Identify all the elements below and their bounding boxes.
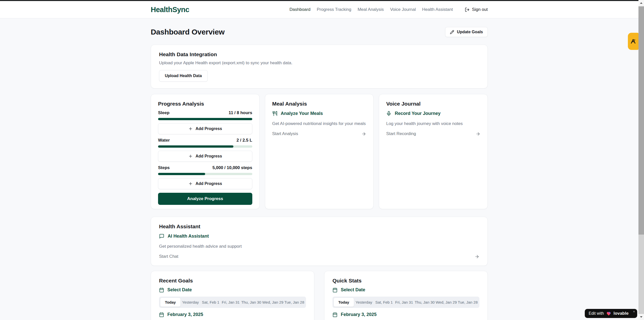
add-progress-label: Add Progress — [196, 154, 222, 158]
scrollbar-thumb[interactable] — [638, 7, 644, 235]
select-date-label: Select Date — [341, 287, 365, 293]
main-nav: Dashboard Progress Tracking Meal Analysi… — [290, 7, 488, 12]
calendar-icon — [159, 312, 164, 317]
metric-steps-progressbar — [158, 173, 252, 175]
quick-stats-date-tabs: Today Yesterday Sat, Feb 1 Fri, Jan 31 T… — [332, 297, 479, 308]
meal-analysis-title: Meal Analysis — [272, 101, 366, 107]
scroll-up-arrow-icon — [640, 2, 642, 4]
ai-health-assistant-link[interactable]: AI Health Assistant — [159, 234, 479, 239]
start-recording-action[interactable]: Start Recording — [386, 131, 480, 136]
recent-goals-select-date[interactable]: Select Date — [159, 287, 306, 293]
page-title: Dashboard Overview — [151, 28, 225, 36]
metric-steps-label: Steps — [158, 165, 170, 170]
metric-sleep-progress-fill — [158, 118, 252, 120]
add-progress-steps-button[interactable]: Add Progress — [158, 178, 252, 189]
metric-steps-progress-fill — [158, 173, 205, 175]
progress-analysis-card: Progress Analysis Sleep 11 / 8 hours Add… — [151, 94, 260, 209]
recent-goals-title: Recent Goals — [159, 278, 306, 284]
plus-icon — [188, 126, 193, 131]
voice-journal-description: Log your health journey with voice notes — [386, 121, 480, 126]
scroll-down-arrow-icon — [640, 316, 642, 318]
start-chat-action[interactable]: Start Chat — [159, 254, 479, 259]
metric-water-progress-fill — [158, 145, 233, 148]
plus-icon — [188, 154, 193, 158]
update-goals-button[interactable]: Update Goals — [445, 27, 488, 37]
arrow-right-icon — [475, 254, 479, 259]
start-chat-label: Start Chat — [159, 254, 178, 259]
recent-goals-selected-date[interactable]: February 3, 2025 — [159, 312, 306, 317]
start-recording-label: Start Recording — [386, 131, 416, 136]
integration-title: Health Data Integration — [159, 51, 479, 57]
scrollbar[interactable] — [638, 0, 644, 320]
meal-analysis-card: Meal Analysis Analyze Your Meals Get AI-… — [265, 94, 374, 209]
scrollbar-up-button[interactable] — [638, 0, 644, 6]
logout-icon — [465, 7, 470, 12]
metric-sleep-label: Sleep — [158, 110, 169, 115]
utensils-icon — [272, 111, 278, 116]
metric-water-label: Water — [158, 138, 170, 143]
tab-yesterday[interactable]: Yesterday — [354, 298, 374, 307]
voice-journal-card: Voice Journal Record Your Journey Log yo… — [379, 94, 488, 209]
health-assistant-description: Get personalized health advice and suppo… — [159, 244, 479, 249]
selected-date-label: February 3, 2025 — [341, 312, 377, 317]
tab-today[interactable]: Today — [334, 298, 354, 307]
plus-icon — [188, 181, 193, 186]
brand-logo[interactable]: HealthSync — [151, 6, 189, 14]
tab-fri-jan-31[interactable]: Fri, Jan 31 — [394, 298, 414, 307]
health-assistant-title: Health Assistant — [159, 223, 479, 230]
metric-water: Water 2 / 2.5 L Add Progress — [158, 138, 252, 162]
nav-meal-analysis[interactable]: Meal Analysis — [358, 7, 384, 12]
calendar-icon — [159, 287, 164, 293]
quick-stats-select-date[interactable]: Select Date — [332, 287, 479, 293]
record-your-journey-label: Record Your Journey — [395, 111, 440, 116]
badge-close-icon[interactable]: × — [633, 310, 635, 313]
tab-thu-jan-30[interactable]: Thu, Jan 30 — [414, 298, 435, 307]
metric-water-progressbar — [158, 145, 252, 148]
pencil-icon — [450, 30, 454, 34]
tab-tue-jan-28[interactable]: Tue, Jan 28 — [457, 298, 478, 307]
nav-health-assistant[interactable]: Health Assistant — [422, 7, 453, 12]
lovable-heart-icon — [606, 311, 611, 316]
add-progress-water-button[interactable]: Add Progress — [158, 151, 252, 162]
tab-fri-jan-31[interactable]: Fri, Jan 31 — [221, 298, 241, 307]
tab-wed-jan-29[interactable]: Wed, Jan 29 — [262, 298, 284, 307]
arrow-right-icon — [476, 132, 480, 136]
tab-sat-feb-1[interactable]: Sat, Feb 1 — [201, 298, 221, 307]
edit-with-lovable-badge[interactable]: Edit with lovable × — [585, 309, 637, 318]
nav-progress-tracking[interactable]: Progress Tracking — [317, 7, 351, 12]
progress-analysis-title: Progress Analysis — [158, 101, 252, 107]
app-viewport: HealthSync Dashboard Progress Tracking M… — [0, 1, 638, 320]
tab-tue-jan-28[interactable]: Tue, Jan 28 — [284, 298, 305, 307]
metric-sleep: Sleep 11 / 8 hours Add Progress — [158, 110, 252, 134]
sign-out-button[interactable]: Sign out — [465, 7, 488, 12]
calendar-icon — [332, 312, 338, 317]
quick-stats-card: Quick Stats Select Date Today Yesterday … — [324, 271, 488, 320]
sign-out-label: Sign out — [472, 7, 488, 12]
start-analysis-action[interactable]: Start Analysis — [272, 131, 366, 136]
analyze-your-meals-label: Analyze Your Meals — [281, 111, 323, 116]
record-your-journey-link[interactable]: Record Your Journey — [386, 111, 480, 116]
add-progress-sleep-button[interactable]: Add Progress — [158, 123, 252, 134]
analyze-progress-button[interactable]: Analyze Progress — [158, 193, 252, 205]
extension-floating-button[interactable] — [628, 33, 638, 50]
metric-steps-value: 5,000 / 10,000 steps — [212, 165, 252, 170]
tab-sat-feb-1[interactable]: Sat, Feb 1 — [374, 298, 394, 307]
tab-yesterday[interactable]: Yesterday — [180, 298, 201, 307]
quick-stats-selected-date[interactable]: February 3, 2025 — [332, 312, 479, 317]
badge-prefix: Edit with — [589, 311, 604, 316]
meal-analysis-description: Get AI-powered nutritional insights for … — [272, 121, 366, 126]
nav-dashboard[interactable]: Dashboard — [290, 7, 311, 12]
badge-brand: lovable — [614, 311, 629, 316]
calendar-icon — [332, 287, 338, 293]
tab-thu-jan-30[interactable]: Thu, Jan 30 — [241, 298, 262, 307]
nav-voice-journal[interactable]: Voice Journal — [390, 7, 416, 12]
arrow-right-icon — [361, 132, 366, 136]
scrollbar-down-button[interactable] — [638, 314, 644, 320]
window-top-strip — [0, 0, 638, 1]
quick-stats-title: Quick Stats — [332, 278, 479, 284]
upload-health-data-button[interactable]: Upload Health Data — [159, 70, 208, 82]
tab-wed-jan-29[interactable]: Wed, Jan 29 — [435, 298, 457, 307]
analyze-your-meals-link[interactable]: Analyze Your Meals — [272, 111, 366, 116]
health-assistant-card: Health Assistant AI Health Assistant Get… — [151, 217, 488, 266]
tab-today[interactable]: Today — [160, 298, 180, 307]
